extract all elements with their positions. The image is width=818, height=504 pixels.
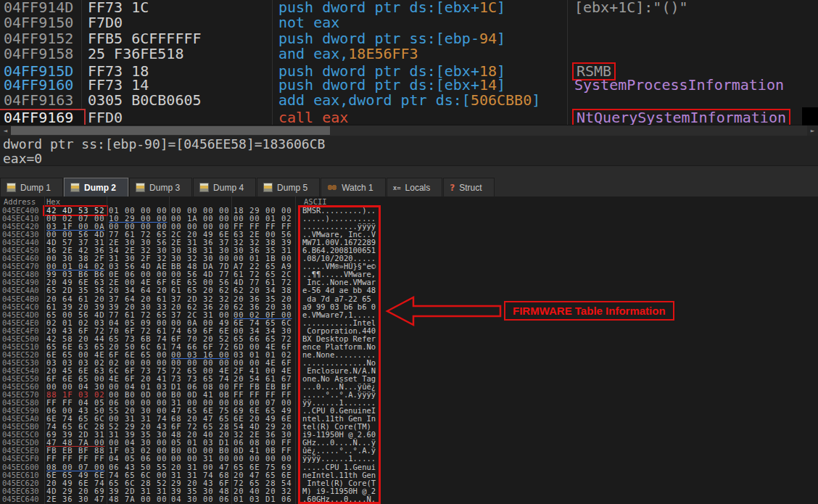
- instruction-bytes: FFD0: [84, 110, 275, 125]
- hex-group: 29 20 43 6F: [169, 479, 231, 487]
- disasm-row[interactable]: 04FF915825 F36FE518and eax,18E56FF3: [0, 46, 818, 62]
- annotation-arrow-icon: [384, 294, 503, 328]
- hex-group: 20 31 00 47: [169, 463, 231, 471]
- instruction-address: 04FF9150: [0, 15, 84, 30]
- dump-icon: [199, 183, 209, 192]
- hex-group: 65 6C 28 52: [107, 479, 169, 487]
- dump-header-hex: Hex: [46, 197, 60, 207]
- instruction-text: and eax,18E56FF3: [275, 46, 571, 62]
- dump-pane: Address Hex ASCII 045EC40042 4D 53 5201 …: [0, 197, 818, 504]
- tab-label: Dump 5: [277, 179, 307, 197]
- scroll-left-arrow[interactable]: ◄: [0, 125, 11, 136]
- disasm-row[interactable]: 04FF9152FFB5 6CFFFFFFpush dword ptr ss:[…: [0, 31, 818, 46]
- disasm-row[interactable]: 04FF9150F7D0not eax: [0, 15, 818, 30]
- disasm-row[interactable]: 04FF914DFF73 1Cpush dword ptr ds:[ebx+1C…: [0, 0, 818, 15]
- ascii-text: e.VMware7,1.....: [294, 311, 376, 319]
- hex-group: 61 39 20 39: [44, 303, 107, 311]
- instruction-bytes: FFB5 6CFFFFFF: [84, 31, 275, 46]
- dump-rows: 045EC40042 4D 53 5201 00 00 0000 00 00 0…: [0, 207, 818, 503]
- hex-group: 08 00 07 00: [44, 463, 107, 471]
- instruction-text: call eax: [275, 110, 571, 125]
- dump-row[interactable]: 045EC6106E 65 49 6E74 65 6C 0031 31 74 6…: [0, 471, 818, 479]
- hex-group: 04 30 00 06: [169, 495, 231, 503]
- symbol-comment: SystemProcessInformation: [571, 78, 784, 93]
- dump-icon: [136, 183, 145, 192]
- tab-watch-1[interactable]: Watch 1: [321, 178, 386, 197]
- dump-row[interactable]: 045EC4A065 2D 35 3620 34 64 2061 65 20 6…: [0, 286, 818, 294]
- dump-address: 045EC610: [0, 471, 44, 479]
- dump-row[interactable]: 045EC62020 49 6E 7465 6C 28 5229 20 43 6…: [0, 479, 818, 487]
- dump-header-address: Address: [4, 197, 36, 207]
- dump-address: 045EC600: [0, 463, 44, 471]
- dump-address: 045EC4C0: [0, 303, 44, 311]
- hex-group: 20 47 65 6E: [231, 471, 294, 479]
- hex-group: 00 00 00 00: [231, 455, 294, 463]
- dump-address: 045EC4D0: [0, 311, 44, 319]
- dump-address: 045EC5F0: [0, 455, 44, 463]
- disasm-row[interactable]: 04FF915DFF73 18push dword ptr ds:[ebx+18…: [0, 62, 818, 78]
- tab-struct[interactable]: ?Struct: [443, 178, 494, 197]
- instruction-bytes: FF73 14: [84, 78, 275, 93]
- hex-group: 20 62 36 20: [169, 303, 231, 311]
- hex-group: 48 7A 00 00: [107, 495, 169, 503]
- dump-address: 045EC640: [0, 495, 44, 503]
- instruction-address: 04FF9163: [0, 93, 84, 108]
- tab-dump-1[interactable]: Dump 1: [0, 178, 63, 197]
- dump-row[interactable]: 045EC60008 00 07 0006 43 50 5520 31 00 4…: [0, 463, 818, 471]
- hex-group: 65 2D 35 36: [44, 286, 107, 294]
- dump-column-headers: Address Hex ASCII: [0, 197, 818, 207]
- scroll-right-arrow[interactable]: ►: [807, 125, 818, 136]
- dump-address: 045EC620: [0, 479, 44, 487]
- info-line-1: dword ptr ss:[ebp-90]=[0456EE58]=183606C…: [3, 137, 818, 152]
- tab-label: Dump 4: [213, 179, 244, 197]
- dump-address: 045EC4B0: [0, 295, 44, 303]
- hex-group: 6E 65 49 6E: [44, 471, 107, 479]
- instruction-text: push dword ptr ss:[ebp-94]: [275, 31, 571, 46]
- scrollbar-thumb[interactable]: [11, 126, 330, 135]
- instruction-text: not eax: [275, 15, 571, 30]
- hex-group: 65 6E 75 69: [231, 463, 294, 471]
- instruction-bytes: F7D0: [84, 15, 275, 30]
- dump-row[interactable]: 045EC6402E 36 30 4748 7A 00 0004 30 00 0…: [0, 495, 818, 503]
- hex-group: 77 61 72 65: [107, 311, 169, 319]
- hex-group: 2E 36 30 47: [44, 495, 107, 503]
- dump-icon: [7, 183, 16, 192]
- disasm-row[interactable]: 04FF91630305 B0CB0605add eax,dword ptr d…: [0, 93, 818, 108]
- hex-group: 74 65 6C 00: [107, 471, 169, 479]
- debugger-window: 04FF914DFF73 1Cpush dword ptr ds:[ebx+1C…: [0, 0, 818, 504]
- tab-dump-3[interactable]: Dump 3: [129, 178, 192, 197]
- horizontal-scrollbar[interactable]: ◄ ►: [0, 125, 818, 136]
- hex-group: 01 03 D1 06: [231, 495, 294, 503]
- instruction-address: 04FF9169: [0, 110, 84, 125]
- blackout-marker: [802, 107, 818, 125]
- instruction-text: push dword ptr ds:[ebx+1C]: [275, 0, 571, 15]
- instruction-bytes: 0305 B0CB0605: [84, 93, 275, 108]
- instruction-address: 04FF914D: [0, 0, 84, 15]
- dump-header-ascii: ASCII: [304, 197, 327, 207]
- instruction-bytes: FF73 1C: [84, 0, 275, 15]
- hex-group: 31 31 74 68: [169, 471, 231, 479]
- disasm-row[interactable]: 04FF9160FF73 14push dword ptr ds:[ebx+14…: [0, 78, 818, 93]
- tab-dump-5[interactable]: Dump 5: [257, 178, 320, 197]
- instruction-bytes: 25 F36FE518: [84, 46, 275, 62]
- ascii-text: ÿÿÿÿ......1.....: [294, 455, 376, 463]
- ascii-text: da 7d a7-22 65: [294, 295, 376, 303]
- hex-group: 37 64 20 61: [107, 295, 169, 303]
- ascii-text: e-56 4d ae bb 48: [294, 286, 376, 294]
- dump-icon: [263, 183, 273, 192]
- tab-dump-4[interactable]: Dump 4: [193, 178, 256, 197]
- hex-group: 65 00 56 4D: [44, 311, 107, 319]
- hex-group: 37 2C 31 00: [169, 311, 231, 319]
- hex-group: 20 36 35 20: [231, 295, 294, 303]
- tab-locals[interactable]: x=Locals: [387, 178, 443, 197]
- dump-row[interactable]: 045EC5F0FF FF FF FF04 05 06 0000 00 31 0…: [0, 455, 818, 463]
- tab-dump-2[interactable]: Dump 2: [64, 178, 128, 197]
- disasm-row[interactable]: 04FF9169FFD0call eaxNtQuerySystemInforma…: [0, 109, 818, 124]
- string-comment: [ebx+1C]:"()": [571, 0, 688, 15]
- column-separator: [44, 197, 45, 504]
- instruction-address: 04FF9160: [0, 78, 84, 93]
- struct-icon: ?: [450, 183, 455, 193]
- firmware-annotation-label: FIRMWARE Table Information: [504, 301, 674, 321]
- hex-group: 39 20 30 33: [107, 303, 169, 311]
- hex-group: 04 05 06 00: [107, 455, 169, 463]
